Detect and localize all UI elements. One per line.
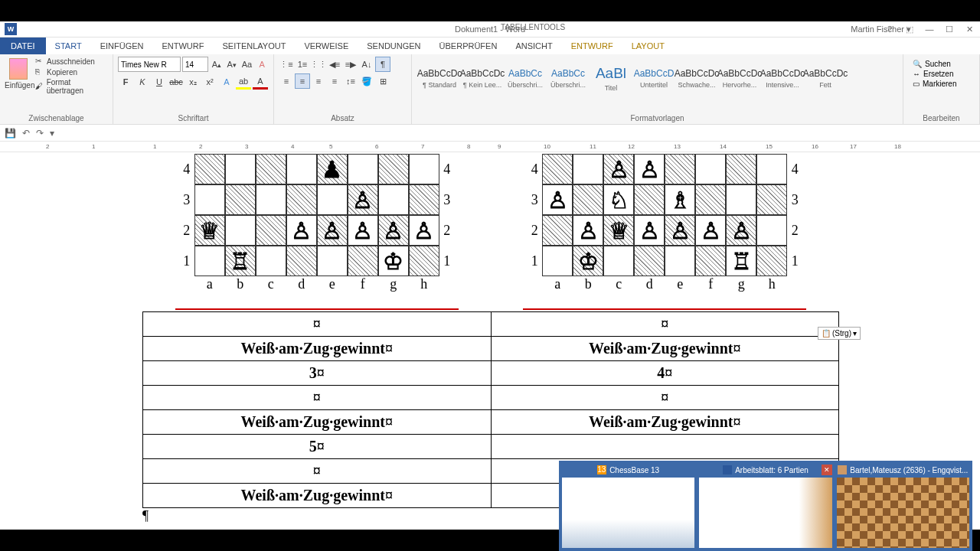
line-spacing-button[interactable]: ↕≡: [343, 73, 358, 89]
cut-button[interactable]: ✂Ausschneiden: [35, 57, 108, 66]
clipboard-icon: [9, 58, 28, 80]
tab-uberprufen[interactable]: ÜBERPRÜFEN: [430, 37, 507, 54]
tab-einfugen[interactable]: EINFÜGEN: [91, 37, 153, 54]
style-standard[interactable]: AaBbCcDc¶ Standard: [418, 60, 461, 96]
underline-button[interactable]: U: [152, 74, 167, 90]
style-fett[interactable]: AaBbCcDcFett: [804, 60, 847, 96]
cell-caption-l2[interactable]: Weiß·am·Zug·gewinnt¤: [143, 410, 492, 435]
close-preview-icon[interactable]: ✕: [822, 465, 832, 475]
cell-empty-r3[interactable]: [491, 435, 839, 459]
style-hervorhe[interactable]: AaBbCcDcHervorhe...: [718, 60, 761, 96]
shading-button[interactable]: 🪣: [359, 73, 374, 89]
tab-ansicht[interactable]: ANSICHT: [506, 37, 561, 54]
font-group-label: Schriftart: [113, 114, 273, 122]
numbering-button[interactable]: 1≡: [295, 57, 310, 72]
find-button[interactable]: 🔍Suchen: [913, 60, 970, 68]
maximize-icon[interactable]: ☐: [940, 22, 959, 36]
tab-entwurf[interactable]: ENTWURF: [152, 37, 213, 54]
replace-icon: ↔: [913, 70, 920, 78]
preview-thumb-3: [837, 478, 969, 548]
font-size-select[interactable]: [182, 57, 208, 72]
tab-table-entwurf[interactable]: ENTWURF: [562, 37, 622, 54]
bullets-button[interactable]: ⋮≡: [279, 57, 294, 72]
taskbar-preview-chessbase[interactable]: 13ChessBase 13: [560, 462, 696, 549]
close-icon[interactable]: ✕: [960, 22, 978, 36]
style-berschri[interactable]: AaBbCcÜberschri...: [547, 60, 590, 96]
cell-caption-r1[interactable]: Weiß·am·Zug·gewinnt¤: [491, 337, 839, 361]
style-schwache[interactable]: AaBbCcDcSchwache...: [675, 60, 718, 96]
tab-sendungen[interactable]: SENDUNGEN: [358, 37, 430, 54]
cell-empty-r2[interactable]: ¤: [491, 386, 839, 410]
cell-num-3[interactable]: 3¤: [143, 361, 492, 386]
title-bar: W Dokument1 - Word TABELLENTOOLS Martin …: [0, 21, 980, 37]
style-titel[interactable]: AaBlTitel: [590, 60, 632, 96]
styles-group-label: Formatvorlagen: [412, 114, 903, 122]
decrease-indent-button[interactable]: ◀≡: [327, 57, 342, 72]
highlight-button[interactable]: ab: [236, 74, 251, 90]
italic-button[interactable]: K: [135, 74, 150, 90]
bold-button[interactable]: F: [118, 74, 133, 90]
ribbon: Einfügen ✂Ausschneiden ⎘Kopieren 🖌Format…: [0, 54, 980, 125]
cell-caption-l3[interactable]: Weiß·am·Zug·gewinnt¤: [143, 484, 492, 508]
show-marks-button[interactable]: ¶: [375, 57, 390, 72]
cell-empty-r1[interactable]: ¤: [491, 312, 839, 337]
change-case-button[interactable]: Aa: [240, 57, 254, 72]
tab-datei[interactable]: DATEI: [0, 37, 46, 54]
clipboard-small-icon: 📋: [822, 329, 831, 337]
align-right-button[interactable]: ≡: [311, 73, 326, 89]
align-left-button[interactable]: ≡: [279, 73, 294, 89]
qat-customize-button[interactable]: ▾: [50, 128, 54, 139]
clipboard-group-label: Zwischenablage: [0, 114, 113, 122]
table-tools-label: TABELLENTOOLS: [501, 23, 565, 31]
shrink-font-button[interactable]: A▾: [225, 57, 239, 72]
word-small-icon: [723, 465, 732, 474]
copy-button[interactable]: ⎘Kopieren: [35, 67, 108, 77]
strike-button[interactable]: abc: [168, 74, 184, 90]
cell-num-4[interactable]: 4¤: [491, 361, 839, 386]
tab-verweise[interactable]: VERWEISE: [295, 37, 358, 54]
format-painter-button[interactable]: 🖌Format übertragen: [35, 78, 108, 95]
select-button[interactable]: ▭Markieren: [913, 80, 970, 88]
text-effects-button[interactable]: A: [219, 74, 234, 90]
taskbar-preview-arbeitsblatt[interactable]: Arbeitsblatt: 6 Partien✕: [697, 462, 833, 549]
clear-format-button[interactable]: A: [255, 57, 269, 72]
grow-font-button[interactable]: A▴: [210, 57, 224, 72]
cell-empty-l1[interactable]: ¤: [143, 312, 492, 337]
undo-button[interactable]: ↶: [22, 128, 30, 139]
cell-num-5[interactable]: 5¤: [143, 435, 492, 459]
cell-empty-l3[interactable]: ¤: [143, 459, 492, 484]
align-center-button[interactable]: ≡: [295, 73, 310, 89]
help-icon[interactable]: ?: [880, 22, 899, 36]
replace-button[interactable]: ↔Ersetzen: [913, 70, 970, 78]
increase-indent-button[interactable]: ≡▶: [343, 57, 358, 72]
style-intensive[interactable]: AaBbCcDcIntensive...: [761, 60, 804, 96]
multilevel-button[interactable]: ⋮⋮: [311, 57, 326, 72]
sort-button[interactable]: A↓: [359, 57, 374, 72]
taskbar-preview-bartel[interactable]: Bartel,Mateusz (2636) - Engqvist...: [835, 462, 971, 549]
horizontal-ruler[interactable]: 21123456789101112131415161718: [0, 142, 980, 152]
style-keinlee[interactable]: AaBbCcDc¶ Kein Lee...: [461, 60, 504, 96]
tab-table-layout[interactable]: LAYOUT: [622, 37, 674, 54]
font-color-button[interactable]: A: [253, 74, 268, 90]
paste-options-button[interactable]: 📋(Strg)▾: [818, 327, 861, 340]
tab-seitenlayout[interactable]: SEITENLAYOUT: [213, 37, 295, 54]
taskbar-previews: 13ChessBase 13 Arbeitsblatt: 6 Partien✕ …: [559, 461, 972, 551]
ribbon-options-icon[interactable]: ⬚: [900, 22, 919, 36]
minimize-icon[interactable]: ―: [920, 22, 939, 36]
redo-button[interactable]: ↷: [36, 128, 44, 139]
borders-button[interactable]: ⊞: [375, 73, 390, 89]
styles-gallery[interactable]: AaBbCcDc¶ StandardAaBbCcDc¶ Kein Lee...A…: [416, 57, 898, 99]
style-untertitel[interactable]: AaBbCcDUntertitel: [632, 60, 675, 96]
justify-button[interactable]: ≡: [327, 73, 342, 89]
paste-button[interactable]: Einfügen: [5, 57, 32, 95]
cell-caption-r2[interactable]: Weiß·am·Zug·gewinnt¤: [491, 410, 839, 435]
style-berschri[interactable]: AaBbCcÜberschri...: [504, 60, 547, 96]
superscript-button[interactable]: x²: [202, 74, 217, 90]
subscript-button[interactable]: x₂: [185, 74, 201, 90]
tab-start[interactable]: START: [46, 37, 91, 54]
save-button[interactable]: 💾: [5, 128, 16, 139]
font-name-select[interactable]: [118, 57, 181, 72]
cell-caption-l1[interactable]: Weiß·am·Zug·gewinnt¤: [143, 337, 492, 361]
cell-empty-l2[interactable]: ¤: [143, 386, 492, 410]
document-table[interactable]: 4♟43♙32♕♙♙♙♙♙21♖♔1abcdefgh 4♙♙43♙♘♗32♙♕♙…: [142, 152, 839, 508]
